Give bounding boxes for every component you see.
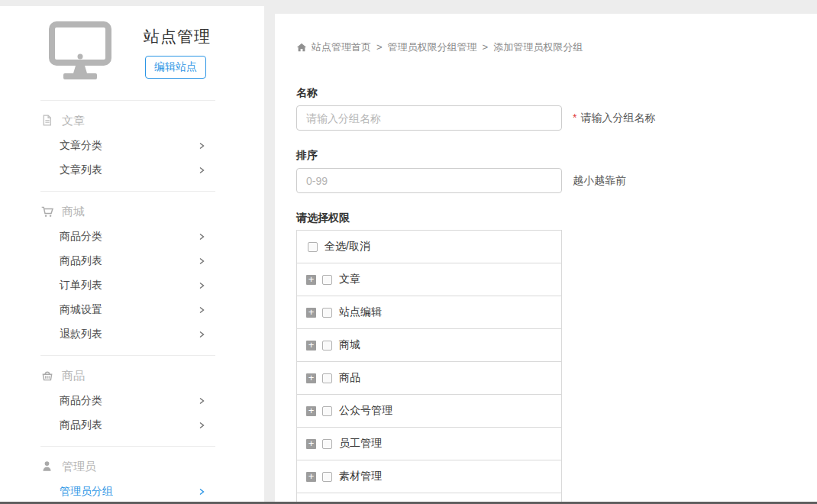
chevron-right-icon bbox=[197, 421, 206, 430]
permission-row: +站点编辑 bbox=[297, 296, 561, 329]
sidebar-item[interactable]: 退款列表 bbox=[40, 322, 215, 347]
sidebar-item[interactable]: 文章列表 bbox=[40, 158, 215, 183]
sidebar-item-label: 商品列表 bbox=[60, 254, 102, 268]
expand-plus-icon[interactable]: + bbox=[306, 406, 316, 416]
permission-checkbox[interactable] bbox=[322, 275, 332, 285]
expand-plus-icon[interactable]: + bbox=[306, 275, 316, 285]
chevron-right-icon bbox=[197, 396, 206, 405]
breadcrumb-item: 添加管理员权限分组 bbox=[493, 41, 583, 53]
name-hint-text: 请输入分组名称 bbox=[580, 111, 655, 124]
permission-label: 商品 bbox=[339, 371, 360, 385]
permission-row: +素材管理 bbox=[297, 460, 561, 493]
permission-label: 文章 bbox=[339, 273, 360, 286]
permission-row: +商城 bbox=[297, 329, 561, 362]
permission-checkbox[interactable] bbox=[322, 406, 332, 416]
chevron-right-icon bbox=[197, 281, 206, 290]
chevron-right-icon bbox=[197, 257, 206, 266]
expand-plus-icon[interactable]: + bbox=[306, 341, 316, 351]
required-asterisk: * bbox=[573, 111, 576, 124]
monitor-icon bbox=[49, 21, 111, 84]
sidebar-menu: 文章文章分类文章列表商城商品分类商品列表订单列表商城设置退款列表商品商品分类商品… bbox=[40, 100, 215, 504]
sidebar-item[interactable]: 商品分类 bbox=[40, 389, 215, 413]
menu-section-label: 商品 bbox=[62, 369, 85, 383]
menu-section-header: 管理员 bbox=[40, 454, 215, 480]
sidebar-item[interactable]: 管理员分组 bbox=[40, 480, 215, 504]
chevron-right-icon bbox=[197, 487, 206, 496]
sidebar-item-label: 管理员分组 bbox=[60, 485, 113, 499]
sidebar-item-label: 商品列表 bbox=[60, 418, 102, 432]
permission-label: 商城 bbox=[339, 338, 360, 352]
sort-input[interactable] bbox=[296, 168, 562, 193]
permission-label: 员工管理 bbox=[339, 437, 382, 451]
site-title: 站点管理 bbox=[144, 26, 211, 47]
menu-section: 商城商品分类商品列表订单列表商城设置退款列表 bbox=[40, 191, 215, 355]
sidebar-header: 站点管理 编辑站点 bbox=[0, 6, 264, 100]
breadcrumb-separator: > bbox=[483, 41, 489, 53]
menu-section-label: 管理员 bbox=[62, 460, 96, 474]
home-icon bbox=[296, 42, 307, 53]
breadcrumb-separator: > bbox=[376, 41, 383, 53]
permission-label: 站点编辑 bbox=[339, 305, 382, 319]
sidebar-item-label: 订单列表 bbox=[60, 279, 102, 292]
edit-site-button[interactable]: 编辑站点 bbox=[145, 56, 206, 79]
sidebar-item-label: 商品分类 bbox=[60, 394, 102, 408]
article-icon bbox=[40, 114, 54, 128]
permission-row: +文章 bbox=[297, 263, 561, 296]
breadcrumb-item[interactable]: 管理员权限分组管理 bbox=[388, 41, 477, 53]
sidebar-item[interactable]: 商城设置 bbox=[40, 298, 215, 322]
main-panel: 站点管理首页>管理员权限分组管理>添加管理员权限分组 名称 *请输入分组名称 排… bbox=[275, 14, 817, 502]
name-group: 名称 *请输入分组名称 bbox=[296, 86, 817, 131]
sidebar: 站点管理 编辑站点 文章文章分类文章列表商城商品分类商品列表订单列表商城设置退款… bbox=[0, 6, 264, 502]
page: 站点管理 编辑站点 文章文章分类文章列表商城商品分类商品列表订单列表商城设置退款… bbox=[0, 0, 817, 504]
permission-checkbox[interactable] bbox=[322, 308, 332, 318]
permission-row: +商品 bbox=[297, 362, 561, 395]
permission-label: 公众号管理 bbox=[339, 404, 392, 418]
menu-section: 商品商品分类商品列表 bbox=[40, 355, 215, 446]
breadcrumb: 站点管理首页>管理员权限分组管理>添加管理员权限分组 bbox=[296, 41, 817, 53]
chevron-right-icon bbox=[197, 166, 206, 175]
person-icon bbox=[40, 460, 54, 473]
basket-icon bbox=[40, 369, 54, 383]
expand-plus-icon[interactable]: + bbox=[306, 373, 316, 383]
menu-section-header: 商城 bbox=[40, 199, 215, 225]
select-all-checkbox[interactable] bbox=[308, 242, 318, 252]
permission-row: +公众号管理 bbox=[297, 395, 561, 428]
sort-label: 排序 bbox=[296, 149, 817, 161]
sort-hint: 越小越靠前 bbox=[573, 174, 626, 188]
name-hint: *请输入分组名称 bbox=[573, 111, 655, 125]
sidebar-item[interactable]: 商品列表 bbox=[40, 249, 215, 273]
permission-checkbox[interactable] bbox=[322, 341, 332, 351]
permission-label: 全选/取消 bbox=[325, 240, 370, 254]
permission-checkbox[interactable] bbox=[322, 472, 332, 482]
permission-row: +员工管理 bbox=[297, 428, 561, 460]
chevron-right-icon bbox=[197, 232, 206, 241]
chevron-right-icon bbox=[197, 305, 206, 315]
permission-row-select-all: 全选/取消 bbox=[297, 231, 561, 263]
breadcrumb-item[interactable]: 站点管理首页 bbox=[312, 41, 371, 53]
permissions-list: 全选/取消+文章+站点编辑+商城+商品+公众号管理+员工管理+素材管理+小程序管… bbox=[296, 230, 562, 502]
chevron-right-icon bbox=[197, 141, 206, 150]
menu-section-label: 文章 bbox=[62, 114, 85, 128]
add-group-form: 名称 *请输入分组名称 排序 越小越靠前 请选择权限 全选/取消+文章+站点编辑… bbox=[296, 86, 817, 502]
sidebar-item[interactable]: 文章分类 bbox=[40, 134, 215, 158]
sidebar-item-label: 文章列表 bbox=[60, 163, 102, 177]
permission-label: 素材管理 bbox=[339, 470, 382, 483]
menu-section-header: 商品 bbox=[40, 363, 215, 389]
menu-section-header: 文章 bbox=[40, 108, 215, 134]
menu-section: 管理员管理员分组 bbox=[40, 446, 215, 504]
sidebar-item[interactable]: 订单列表 bbox=[40, 273, 215, 298]
sidebar-item[interactable]: 商品列表 bbox=[40, 413, 215, 438]
sidebar-item-label: 商城设置 bbox=[60, 303, 102, 317]
sidebar-item-label: 文章分类 bbox=[60, 139, 102, 153]
sidebar-item[interactable]: 商品分类 bbox=[40, 225, 215, 249]
sort-group: 排序 越小越靠前 bbox=[296, 149, 817, 193]
expand-plus-icon[interactable]: + bbox=[306, 472, 316, 482]
expand-plus-icon[interactable]: + bbox=[306, 439, 316, 449]
permission-checkbox[interactable] bbox=[322, 439, 332, 449]
group-name-input[interactable] bbox=[296, 105, 562, 131]
menu-section-label: 商城 bbox=[62, 205, 85, 219]
permission-checkbox[interactable] bbox=[322, 373, 332, 383]
expand-plus-icon[interactable]: + bbox=[306, 308, 316, 318]
sidebar-item-label: 商品分类 bbox=[60, 230, 102, 244]
sidebar-item-label: 退款列表 bbox=[60, 328, 102, 341]
